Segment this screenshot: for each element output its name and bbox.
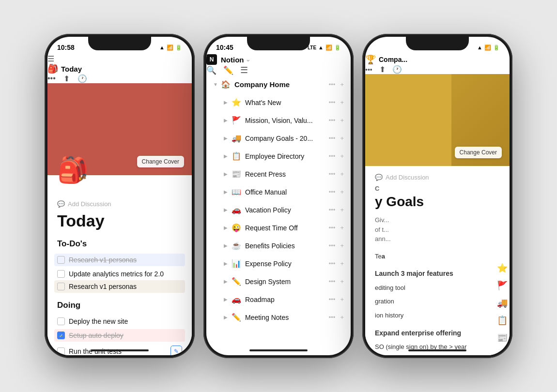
- sidebar-item-expense[interactable]: ▶ 📊 Expense Policy ••• +: [206, 255, 351, 272]
- goal-editing-tool: editing tool: [375, 283, 500, 293]
- search-icon-2[interactable]: 🔍: [206, 65, 217, 75]
- arrow-company-goals: ▶: [224, 136, 232, 141]
- label-design-system: Design System: [245, 278, 329, 286]
- sidebar-item-recent-press[interactable]: ▶ 📰 Recent Press ••• +: [206, 165, 351, 183]
- add-company-home[interactable]: +: [340, 81, 344, 88]
- add-recent-press[interactable]: +: [340, 170, 344, 178]
- add-design-system[interactable]: +: [340, 278, 344, 285]
- emoji-request-time: 😜: [232, 223, 241, 232]
- more-meeting-notes[interactable]: •••: [329, 314, 336, 321]
- add-whats-new[interactable]: +: [340, 99, 344, 106]
- emoji-office-manual: 📖: [232, 187, 241, 196]
- add-vacation-policy[interactable]: +: [340, 206, 344, 213]
- more-expense[interactable]: •••: [329, 260, 336, 267]
- add-discussion-1[interactable]: 💬 Add Discussion: [57, 200, 182, 208]
- sidebar-icons-3: ⭐ 🚩 🚚 📋 📰: [497, 263, 510, 343]
- edit-icon-1[interactable]: ✎: [170, 346, 182, 355]
- cover-emoji-1: 🎒: [57, 155, 89, 185]
- menu-icon-2[interactable]: ☰: [240, 65, 248, 75]
- time-2: 10:45: [216, 44, 233, 51]
- add-company-goals[interactable]: +: [340, 135, 344, 142]
- phone-today: 10:58 ▲ 📶 🔋 ☰ 🎒 Today: [45, 34, 195, 358]
- actions-roadmap: ••• +: [329, 296, 344, 303]
- more-recent-press[interactable]: •••: [329, 170, 336, 178]
- menu-icon-1[interactable]: ☰: [47, 55, 54, 63]
- toolbar-3: 🏆 Compa... ••• ⬆ 🕐: [365, 54, 510, 74]
- checkbox-1c[interactable]: [57, 283, 65, 290]
- actions-mission: ••• +: [329, 117, 344, 124]
- add-expense[interactable]: +: [340, 260, 344, 267]
- checkbox-unit-tests[interactable]: [57, 347, 65, 355]
- change-cover-btn-3[interactable]: Change Cover: [455, 147, 502, 158]
- clock-icon-3[interactable]: 🕐: [392, 65, 402, 74]
- goal-launch-features: Launch 3 major features: [375, 268, 500, 279]
- sidebar-item-benefits[interactable]: ▶ ☕ Benefits Policies ••• +: [206, 237, 351, 255]
- more-mission[interactable]: •••: [329, 117, 336, 124]
- checkbox-deploy[interactable]: [57, 317, 65, 325]
- more-vacation-policy[interactable]: •••: [329, 206, 336, 213]
- sidebar-content-2: ▼ 🏠 Company Home ••• + ▶ ⭐: [206, 75, 351, 326]
- arrow-request-time: ▶: [224, 225, 232, 230]
- share-icon-1[interactable]: ⬆: [63, 74, 70, 83]
- sidebar-item-vacation-policy[interactable]: ▶ 🚗 Vacation Policy ••• +: [206, 201, 351, 219]
- sidebar-emoji-flag-3: 🚩: [497, 280, 508, 291]
- more-icon-1[interactable]: •••: [47, 74, 56, 83]
- more-employee-dir[interactable]: •••: [329, 152, 336, 160]
- share-icon-3[interactable]: ⬆: [379, 65, 386, 74]
- more-design-system[interactable]: •••: [329, 278, 336, 285]
- more-company-goals[interactable]: •••: [329, 135, 336, 142]
- more-request-time[interactable]: •••: [329, 224, 336, 231]
- more-icon-3[interactable]: •••: [365, 66, 372, 74]
- more-office-manual[interactable]: •••: [329, 188, 336, 196]
- compose-icon-2[interactable]: ✏️: [223, 65, 233, 75]
- add-roadmap[interactable]: +: [340, 296, 344, 303]
- signal-icon-3: ▲: [477, 45, 482, 50]
- sidebar-item-whats-new[interactable]: ▶ ⭐ What's New ••• +: [206, 93, 351, 111]
- sidebar-item-mission[interactable]: ▶ 🚩 Mission, Vision, Valu... ••• +: [206, 111, 351, 129]
- actions-expense: ••• +: [329, 260, 344, 267]
- add-benefits[interactable]: +: [340, 242, 344, 249]
- more-company-home[interactable]: •••: [329, 81, 336, 88]
- battery-icon-2: 🔋: [334, 45, 341, 51]
- add-discussion-3[interactable]: 💬 Add Discussion: [375, 174, 500, 181]
- checkbox-auto-deploy[interactable]: [57, 332, 65, 339]
- change-cover-btn-1[interactable]: Change Cover: [137, 156, 184, 167]
- toolbar2-right: 🔍 ✏️ ☰: [206, 65, 351, 75]
- add-mission[interactable]: +: [340, 117, 344, 124]
- wifi-icon-2: 📶: [325, 45, 332, 51]
- add-office-manual[interactable]: +: [340, 188, 344, 196]
- actions-recent-press: ••• +: [329, 170, 344, 178]
- actions-vacation-policy: ••• +: [329, 206, 344, 213]
- arrow-vacation-policy: ▶: [224, 207, 232, 212]
- goals-list-3: Tea Launch 3 major features editing tool…: [375, 252, 500, 356]
- sidebar-item-office-manual[interactable]: ▶ 📖 Office Manual ••• +: [206, 183, 351, 201]
- toolbar-title-1: Today: [61, 65, 82, 73]
- more-roadmap[interactable]: •••: [329, 296, 336, 303]
- sidebar-item-company-home[interactable]: ▼ 🏠 Company Home ••• +: [206, 75, 351, 93]
- checkbox-1b[interactable]: [57, 270, 65, 278]
- sidebar-item-request-time[interactable]: ▶ 😜 Request Time Off ••• +: [206, 219, 351, 237]
- emoji-roadmap: 🚗: [232, 295, 241, 304]
- toolbar-title-3: Compa...: [379, 56, 407, 63]
- clock-icon-1[interactable]: 🕐: [77, 74, 87, 83]
- sidebar-item-roadmap[interactable]: ▶ 🚗 Roadmap ••• +: [206, 290, 351, 308]
- add-request-time[interactable]: +: [340, 224, 344, 231]
- todo-item-research-strikethrough: Research v1 personas: [54, 254, 185, 266]
- sidebar-item-employee-dir[interactable]: ▶ 📋 Employee Directory ••• +: [206, 147, 351, 165]
- notion-title-row-2[interactable]: Notion ⌄: [221, 56, 250, 64]
- battery-icon-1: 🔋: [175, 45, 182, 51]
- sidebar-item-company-goals[interactable]: ▶ 🚚 Company Goals - 20... ••• +: [206, 129, 351, 147]
- more-whats-new[interactable]: •••: [329, 99, 336, 106]
- phone-goals: ▲ 📶 🔋 🏆 Compa... ••• ⬆: [362, 34, 512, 358]
- sidebar-item-meeting-notes[interactable]: ▶ ✏️ Meeting Notes ••• +: [206, 308, 351, 326]
- add-meeting-notes[interactable]: +: [340, 314, 344, 321]
- todos-section-title-1: To-Do's: [57, 239, 182, 249]
- sidebar-item-design-system[interactable]: ▶ ✏️ Design System ••• +: [206, 272, 351, 290]
- add-employee-dir[interactable]: +: [340, 152, 344, 160]
- label-company-home: Company Home: [234, 80, 329, 89]
- arrow-benefits: ▶: [224, 243, 232, 248]
- label-expense: Expense Policy: [245, 260, 329, 268]
- checkbox-1a[interactable]: [57, 256, 65, 264]
- sidebar-emoji-news-3: 📰: [497, 332, 508, 343]
- more-benefits[interactable]: •••: [329, 242, 336, 249]
